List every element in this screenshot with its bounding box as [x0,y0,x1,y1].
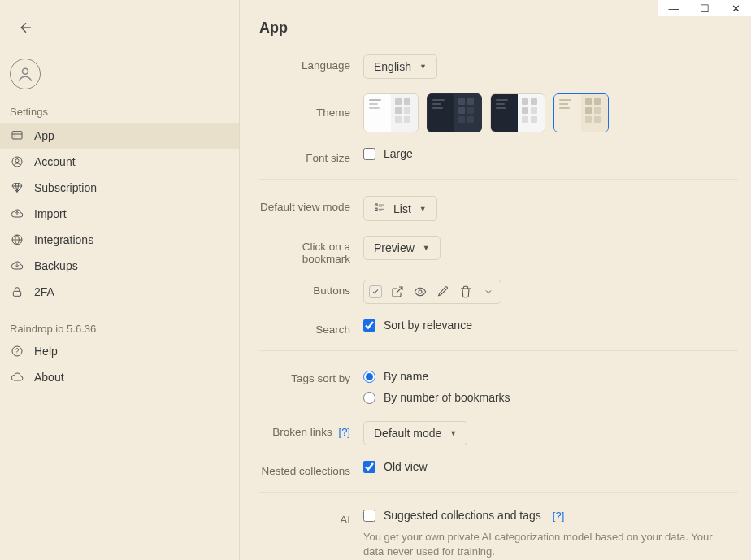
svg-rect-9 [376,208,377,210]
default-view-select[interactable]: List ▼ [363,196,437,221]
checkbox-icon[interactable] [369,285,382,298]
default-view-value: List [393,202,411,215]
help-icon [10,344,24,358]
sidebar-item-help[interactable]: Help [0,338,239,364]
sidebar-item-about[interactable]: About [0,364,239,390]
page-title: App [259,20,738,37]
cloud-up-icon [10,206,24,221]
sidebar-item-label: Integrations [34,233,93,246]
svg-point-3 [15,159,19,163]
svg-rect-5 [13,291,20,296]
chevron-down-icon: ▼ [423,244,430,252]
nested-oldview-checkbox[interactable] [363,461,376,473]
sidebar-item-label: Import [34,207,67,220]
language-select[interactable]: English ▼ [363,54,437,79]
sidebar-item-import[interactable]: Import [0,201,239,227]
click-bookmark-select[interactable]: Preview ▼ [363,236,441,260]
nested-oldview-option[interactable]: Old view [363,460,428,473]
trash-icon[interactable] [458,284,473,299]
ai-suggested-text: Suggested collections and tags [384,509,541,522]
sidebar-item-backups[interactable]: Backups [0,253,239,279]
tags-sort-count-text: By number of bookmarks [384,391,510,404]
open-external-icon[interactable] [390,284,405,299]
tags-sort-by-name[interactable]: By name [363,367,510,385]
list-icon [374,202,385,215]
cloud-icon [10,370,24,384]
font-size-large-option[interactable]: Large [363,147,413,160]
broken-links-label: Broken links [?] [259,421,363,438]
divider [259,492,738,493]
nested-collections-label: Nested collections [259,460,363,477]
tags-sort-label: Tags sort by [259,367,363,384]
font-size-label: Font size [259,147,363,164]
svg-point-7 [17,354,18,354]
window-close-button[interactable]: ✕ [720,0,751,16]
sidebar-item-app[interactable]: App [0,123,239,149]
language-label: Language [259,54,363,72]
theme-option-sepia[interactable] [553,93,609,132]
broken-links-select[interactable]: Default mode ▼ [363,421,467,445]
chevron-down-icon[interactable] [481,284,496,299]
broken-links-value: Default mode [374,427,441,440]
sidebar-item-label: Account [34,155,76,168]
search-relevance-checkbox[interactable] [363,319,376,332]
window-maximize-button[interactable]: ☐ [689,0,720,16]
sidebar-item-account[interactable]: Account [0,149,239,175]
ai-suggested-option[interactable]: Suggested collections and tags [?] [363,509,713,522]
sidebar-item-label: Help [34,345,58,358]
sidebar-item-integrations[interactable]: Integrations [0,227,239,253]
sidebar-item-label: App [34,129,54,142]
sidebar-item-2fa[interactable]: 2FA [0,279,239,305]
language-value: English [374,60,411,73]
divider [259,350,738,351]
ai-description: You get your own private AI categorizati… [363,530,713,559]
theme-option-light[interactable] [363,93,419,132]
back-button[interactable] [18,20,37,39]
sidebar-item-label: 2FA [34,285,54,298]
sidebar-section-title: Settings [0,101,239,123]
theme-option-mixed[interactable] [490,93,545,132]
svg-point-0 [23,68,28,74]
eye-icon[interactable] [413,284,428,299]
main-panel: App Language English ▼ Theme [240,0,751,560]
diamond-icon [10,180,24,195]
tags-sort-count-radio[interactable] [363,392,376,404]
app-version: Raindrop.io 5.6.36 [0,316,239,338]
sidebar-item-subscription[interactable]: Subscription [0,175,239,201]
tags-sort-name-radio[interactable] [363,371,376,383]
search-relevance-option[interactable]: Sort by relevance [363,319,472,332]
buttons-group[interactable] [363,280,501,304]
edit-icon[interactable] [436,284,450,299]
tags-sort-by-count[interactable]: By number of bookmarks [363,389,510,406]
sidebar-item-label: Subscription [34,181,97,194]
font-size-large-checkbox[interactable] [363,148,376,160]
avatar[interactable] [10,59,41,89]
sidebar-item-label: About [34,371,64,384]
window-minimize-button[interactable]: — [658,0,689,16]
user-icon [10,154,24,169]
tags-sort-name-text: By name [384,370,428,383]
click-bookmark-label: Click on a bookmark [259,236,363,265]
svg-rect-8 [376,204,377,206]
lock-icon [10,284,24,299]
theme-label: Theme [259,93,363,119]
app-icon [10,128,24,143]
ai-label: AI [259,509,363,526]
nested-oldview-text: Old view [384,460,428,473]
chevron-down-icon: ▼ [419,205,427,213]
search-relevance-text: Sort by relevance [384,319,472,332]
chevron-down-icon: ▼ [449,429,457,437]
svg-rect-1 [12,132,22,139]
broken-links-help[interactable]: [?] [336,426,350,438]
click-bookmark-value: Preview [374,241,415,254]
globe-icon [10,232,24,247]
sidebar-item-label: Backups [34,259,78,272]
svg-point-10 [419,290,422,293]
theme-option-dark[interactable] [427,93,482,132]
search-label: Search [259,319,363,336]
cloud-down-icon [10,258,24,273]
sidebar: Settings App Account Subscription Import… [0,0,240,560]
ai-help[interactable]: [?] [549,510,564,522]
buttons-label: Buttons [259,280,363,297]
ai-suggested-checkbox[interactable] [363,510,376,522]
